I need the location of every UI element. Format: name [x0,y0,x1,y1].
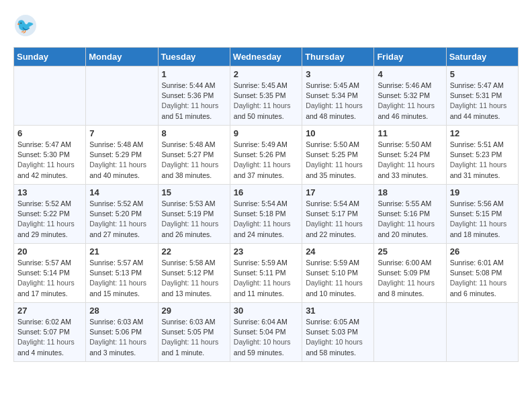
calendar-cell [446,303,518,362]
day-number: 16 [234,187,298,197]
calendar-cell: 12Sunrise: 5:51 AMSunset: 5:23 PMDayligh… [446,126,518,185]
day-number: 7 [89,128,154,138]
col-header-thursday: Thursday [302,48,374,66]
calendar-cell [86,66,158,126]
cell-content: Sunrise: 5:52 AMSunset: 5:22 PMDaylight:… [17,199,82,240]
calendar-cell: 1Sunrise: 5:44 AMSunset: 5:36 PMDaylight… [158,66,230,126]
logo-icon: 🐦 [13,13,38,38]
cell-content: Sunrise: 6:03 AMSunset: 5:06 PMDaylight:… [89,317,154,358]
day-number: 9 [234,128,298,138]
day-number: 27 [17,306,82,316]
calendar-cell: 24Sunrise: 5:59 AMSunset: 5:10 PMDayligh… [302,244,374,303]
day-number: 3 [306,69,370,79]
day-number: 23 [234,246,298,257]
calendar-cell: 2Sunrise: 5:45 AMSunset: 5:35 PMDaylight… [230,66,302,126]
calendar-cell: 14Sunrise: 5:52 AMSunset: 5:20 PMDayligh… [86,185,158,244]
cell-content: Sunrise: 5:59 AMSunset: 5:10 PMDaylight:… [306,258,370,299]
cell-content: Sunrise: 5:47 AMSunset: 5:30 PMDaylight:… [17,140,82,181]
cell-content: Sunrise: 5:57 AMSunset: 5:13 PMDaylight:… [89,258,154,299]
calendar-cell: 4Sunrise: 5:46 AMSunset: 5:32 PMDaylight… [374,66,446,126]
day-number: 21 [89,246,154,257]
cell-content: Sunrise: 5:59 AMSunset: 5:11 PMDaylight:… [234,258,298,299]
calendar-cell: 22Sunrise: 5:58 AMSunset: 5:12 PMDayligh… [158,244,230,303]
calendar-cell: 3Sunrise: 5:45 AMSunset: 5:34 PMDaylight… [302,66,374,126]
cell-content: Sunrise: 6:00 AMSunset: 5:09 PMDaylight:… [378,258,442,299]
day-number: 17 [306,187,370,197]
cell-content: Sunrise: 6:03 AMSunset: 5:05 PMDaylight:… [162,317,226,358]
cell-content: Sunrise: 6:04 AMSunset: 5:04 PMDaylight:… [234,317,298,358]
day-number: 31 [306,306,370,316]
col-header-tuesday: Tuesday [158,48,230,66]
col-header-friday: Friday [374,48,446,66]
day-number: 29 [162,306,226,316]
day-number: 13 [17,187,82,197]
calendar-cell: 20Sunrise: 5:57 AMSunset: 5:14 PMDayligh… [14,244,86,303]
calendar-cell: 19Sunrise: 5:56 AMSunset: 5:15 PMDayligh… [446,185,518,244]
day-number: 2 [234,69,298,79]
cell-content: Sunrise: 5:47 AMSunset: 5:31 PMDaylight:… [450,81,515,122]
calendar-cell: 26Sunrise: 6:01 AMSunset: 5:08 PMDayligh… [446,244,518,303]
calendar-cell [374,303,446,362]
cell-content: Sunrise: 5:57 AMSunset: 5:14 PMDaylight:… [17,258,82,299]
day-number: 30 [234,306,298,316]
calendar-cell: 7Sunrise: 5:48 AMSunset: 5:29 PMDaylight… [86,126,158,185]
cell-content: Sunrise: 5:54 AMSunset: 5:18 PMDaylight:… [234,199,298,240]
calendar-table: SundayMondayTuesdayWednesdayThursdayFrid… [13,47,519,362]
calendar-cell: 10Sunrise: 5:50 AMSunset: 5:25 PMDayligh… [302,126,374,185]
svg-text:🐦: 🐦 [16,17,35,35]
day-number: 1 [162,69,226,79]
calendar-cell [14,66,86,126]
calendar-cell: 17Sunrise: 5:54 AMSunset: 5:17 PMDayligh… [302,185,374,244]
day-number: 24 [306,246,370,257]
day-number: 6 [17,128,82,138]
day-number: 11 [378,128,442,138]
cell-content: Sunrise: 5:58 AMSunset: 5:12 PMDaylight:… [162,258,226,299]
day-number: 19 [450,187,515,197]
calendar-cell: 13Sunrise: 5:52 AMSunset: 5:22 PMDayligh… [14,185,86,244]
day-number: 8 [162,128,226,138]
week-row-1: 6Sunrise: 5:47 AMSunset: 5:30 PMDaylight… [14,126,519,185]
day-number: 4 [378,69,442,79]
cell-content: Sunrise: 5:46 AMSunset: 5:32 PMDaylight:… [378,81,442,122]
calendar-cell: 5Sunrise: 5:47 AMSunset: 5:31 PMDaylight… [446,66,518,126]
calendar-cell: 18Sunrise: 5:55 AMSunset: 5:16 PMDayligh… [374,185,446,244]
week-row-3: 20Sunrise: 5:57 AMSunset: 5:14 PMDayligh… [14,244,519,303]
day-number: 25 [378,246,442,257]
cell-content: Sunrise: 5:50 AMSunset: 5:25 PMDaylight:… [306,140,370,181]
cell-content: Sunrise: 5:54 AMSunset: 5:17 PMDaylight:… [306,199,370,240]
cell-content: Sunrise: 5:45 AMSunset: 5:35 PMDaylight:… [234,81,298,122]
cell-content: Sunrise: 6:01 AMSunset: 5:08 PMDaylight:… [450,258,515,299]
cell-content: Sunrise: 5:48 AMSunset: 5:27 PMDaylight:… [162,140,226,181]
day-number: 26 [450,246,515,257]
logo: 🐦 [13,13,40,40]
day-number: 5 [450,69,515,79]
day-number: 28 [89,306,154,316]
col-header-saturday: Saturday [446,48,518,66]
day-number: 15 [162,187,226,197]
day-number: 22 [162,246,226,257]
week-row-2: 13Sunrise: 5:52 AMSunset: 5:22 PMDayligh… [14,185,519,244]
calendar-cell: 25Sunrise: 6:00 AMSunset: 5:09 PMDayligh… [374,244,446,303]
calendar-cell: 30Sunrise: 6:04 AMSunset: 5:04 PMDayligh… [230,303,302,362]
cell-content: Sunrise: 6:02 AMSunset: 5:07 PMDaylight:… [17,317,82,358]
col-header-wednesday: Wednesday [230,48,302,66]
cell-content: Sunrise: 5:56 AMSunset: 5:15 PMDaylight:… [450,199,515,240]
cell-content: Sunrise: 6:05 AMSunset: 5:03 PMDaylight:… [306,317,370,358]
cell-content: Sunrise: 5:55 AMSunset: 5:16 PMDaylight:… [378,199,442,240]
cell-content: Sunrise: 5:49 AMSunset: 5:26 PMDaylight:… [234,140,298,181]
cell-content: Sunrise: 5:53 AMSunset: 5:19 PMDaylight:… [162,199,226,240]
cell-content: Sunrise: 5:50 AMSunset: 5:24 PMDaylight:… [378,140,442,181]
week-row-4: 27Sunrise: 6:02 AMSunset: 5:07 PMDayligh… [14,303,519,362]
calendar-cell: 8Sunrise: 5:48 AMSunset: 5:27 PMDaylight… [158,126,230,185]
cell-content: Sunrise: 5:48 AMSunset: 5:29 PMDaylight:… [89,140,154,181]
calendar-cell: 11Sunrise: 5:50 AMSunset: 5:24 PMDayligh… [374,126,446,185]
day-number: 14 [89,187,154,197]
cell-content: Sunrise: 5:44 AMSunset: 5:36 PMDaylight:… [162,81,226,122]
calendar-cell: 29Sunrise: 6:03 AMSunset: 5:05 PMDayligh… [158,303,230,362]
calendar-cell: 31Sunrise: 6:05 AMSunset: 5:03 PMDayligh… [302,303,374,362]
day-number: 18 [378,187,442,197]
day-number: 12 [450,128,515,138]
cell-content: Sunrise: 5:52 AMSunset: 5:20 PMDaylight:… [89,199,154,240]
day-number: 20 [17,246,82,257]
col-header-sunday: Sunday [14,48,86,66]
